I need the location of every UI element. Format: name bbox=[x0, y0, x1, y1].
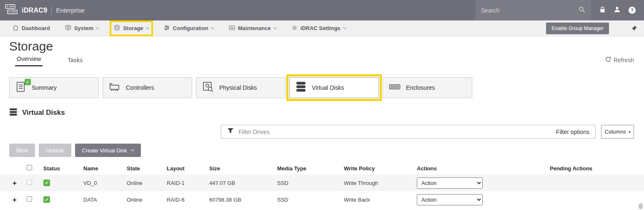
table-header-row: Status Name State Layout Size Media Type… bbox=[0, 162, 644, 175]
filter-drives-box[interactable]: Filter options bbox=[221, 125, 596, 139]
cell-size: 60798.38 GB bbox=[208, 197, 276, 203]
table-row: + ✓ DATA Online RAID-6 60798.38 GB SSD W… bbox=[0, 191, 644, 208]
virtual-disks-table: Status Name State Layout Size Media Type… bbox=[0, 162, 644, 208]
nav-label: Dashboard bbox=[22, 25, 50, 31]
expand-row-button[interactable]: + bbox=[13, 196, 17, 204]
cell-name: VD_0 bbox=[82, 180, 125, 186]
help-icon[interactable]: ? bbox=[629, 7, 636, 14]
tab-bar: Overview Tasks Refresh bbox=[15, 55, 634, 66]
header-name: Name bbox=[82, 165, 125, 172]
cell-layout: RAID-6 bbox=[165, 197, 208, 203]
nav-item-system[interactable]: System bbox=[65, 25, 99, 32]
status-ok-icon: ✓ bbox=[43, 196, 50, 203]
brand-edition: Enterprise bbox=[56, 7, 84, 14]
virtual-disks-icon bbox=[9, 108, 18, 118]
nav-label: System bbox=[74, 25, 93, 31]
maintenance-icon bbox=[229, 25, 235, 32]
storage-icon bbox=[114, 25, 120, 32]
filter-funnel-icon bbox=[227, 128, 234, 136]
refresh-icon bbox=[605, 56, 611, 63]
header-write-policy: Write Policy bbox=[342, 165, 415, 172]
top-header: iDRAC9 Enterprise ? bbox=[0, 0, 644, 20]
search-icon[interactable] bbox=[579, 6, 585, 15]
card-label: Enclosures bbox=[406, 84, 435, 91]
row-action-select[interactable]: Action bbox=[417, 177, 483, 189]
tab-overview[interactable]: Overview bbox=[15, 56, 43, 66]
virtual-disks-section-header: Virtual Disks bbox=[9, 108, 644, 117]
lock-icon[interactable] bbox=[599, 6, 606, 15]
nav-label: Configuration bbox=[173, 25, 208, 31]
row-checkbox[interactable] bbox=[27, 180, 32, 185]
status-ok-icon: ✓ bbox=[43, 180, 50, 186]
page-title: Storage bbox=[9, 39, 644, 54]
cell-write-policy: Write Through bbox=[342, 180, 415, 186]
cell-state: Online bbox=[125, 180, 165, 186]
nav-label: iDRAC Settings bbox=[301, 25, 341, 31]
user-icon[interactable] bbox=[614, 6, 620, 14]
system-icon bbox=[65, 25, 71, 32]
section-title: Virtual Disks bbox=[22, 109, 65, 117]
enclosures-icon bbox=[389, 81, 401, 94]
cell-media-type: SSD bbox=[276, 180, 342, 186]
columns-label: Columns bbox=[605, 129, 626, 135]
brand: iDRAC9 Enterprise bbox=[0, 0, 475, 20]
refresh-label: Refresh bbox=[614, 57, 634, 63]
nav-item-storage[interactable]: Storage bbox=[114, 25, 148, 32]
nav-item-configuration[interactable]: Configuration bbox=[164, 25, 214, 32]
global-search[interactable] bbox=[475, 0, 591, 20]
header-pending-actions: Pending Actions bbox=[546, 165, 644, 172]
cell-write-policy: Write Back bbox=[342, 197, 415, 203]
row-checkbox[interactable] bbox=[27, 196, 32, 202]
select-all-cell bbox=[25, 165, 40, 172]
status-ok-badge: ✓ bbox=[25, 79, 31, 85]
nav-item-maintenance[interactable]: Maintenance bbox=[229, 25, 276, 32]
scrollbar-thumb[interactable] bbox=[639, 203, 643, 209]
refresh-button[interactable]: Refresh bbox=[605, 56, 634, 66]
virtual-disks-icon bbox=[296, 81, 306, 94]
top-icon-group: ? bbox=[591, 0, 644, 20]
chevron-down-icon bbox=[343, 25, 346, 29]
create-virtual-disk-label: Create Virtual Disk bbox=[82, 147, 127, 154]
brand-divider bbox=[51, 7, 52, 14]
select-all-checkbox[interactable] bbox=[27, 165, 32, 170]
pin-icon[interactable] bbox=[631, 25, 637, 32]
tab-tasks[interactable]: Tasks bbox=[66, 57, 84, 66]
unblink-button[interactable]: Unblink bbox=[39, 144, 71, 157]
caret-down-icon: ▾ bbox=[629, 130, 631, 134]
card-virtual-disks[interactable]: Virtual Disks bbox=[289, 77, 379, 98]
storage-card-row: ✓ Summary Controllers Physical Disks bbox=[9, 77, 644, 98]
gear-icon bbox=[291, 25, 298, 32]
chevron-down-icon bbox=[130, 148, 134, 151]
physical-disks-icon bbox=[202, 81, 214, 94]
controllers-icon bbox=[109, 81, 120, 94]
row-action-select[interactable]: Action bbox=[417, 194, 483, 205]
chevron-down-icon bbox=[145, 25, 149, 29]
card-summary[interactable]: ✓ Summary bbox=[9, 77, 99, 98]
cell-size: 447.07 GB bbox=[208, 180, 276, 186]
expand-row-button[interactable]: + bbox=[13, 179, 17, 187]
filter-input[interactable] bbox=[238, 129, 551, 135]
card-physical-disks[interactable]: Physical Disks bbox=[196, 77, 286, 98]
card-label: Summary bbox=[32, 84, 57, 91]
columns-button[interactable]: Columns ▾ bbox=[601, 125, 634, 139]
create-virtual-disk-button[interactable]: Create Virtual Disk bbox=[75, 144, 141, 157]
blink-button[interactable]: Blink bbox=[9, 144, 35, 157]
chevron-down-icon bbox=[211, 25, 214, 29]
card-enclosures[interactable]: Enclosures bbox=[383, 77, 472, 98]
nav-item-dashboard[interactable]: Dashboard bbox=[13, 25, 50, 32]
filter-options-link[interactable]: Filter options bbox=[556, 129, 589, 135]
nav-label: Storage bbox=[123, 25, 143, 31]
header-media-type: Media Type bbox=[276, 165, 342, 172]
card-controllers[interactable]: Controllers bbox=[103, 77, 192, 98]
enable-group-manager-button[interactable]: Enable Group Manager bbox=[546, 23, 609, 34]
cell-state: Online bbox=[125, 197, 165, 203]
chevron-down-icon bbox=[273, 25, 276, 29]
table-row: + ✓ VD_0 Online RAID-1 447.07 GB SSD Wri… bbox=[0, 175, 644, 191]
header-layout: Layout bbox=[165, 165, 208, 172]
home-icon bbox=[13, 25, 19, 32]
nav-item-idrac-settings[interactable]: iDRAC Settings bbox=[291, 25, 346, 32]
search-input[interactable] bbox=[481, 7, 575, 14]
card-label: Physical Disks bbox=[219, 84, 257, 91]
header-size: Size bbox=[208, 165, 276, 172]
idrac-logo-icon bbox=[5, 4, 18, 17]
